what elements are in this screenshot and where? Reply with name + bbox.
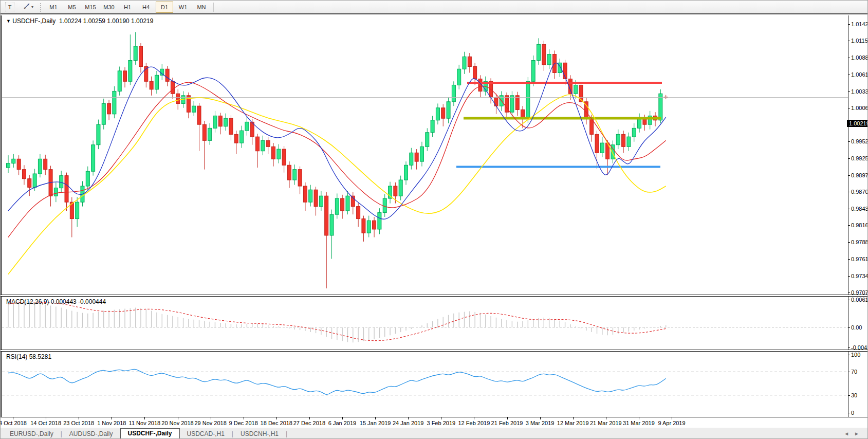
rsi-tick-label: 100 <box>851 352 860 358</box>
chart-tab-bar: EURUSD-,Daily|AUDUSD-,DailyUSDCHF-,Daily… <box>1 428 868 439</box>
toolbar-separator <box>213 3 214 12</box>
price-tick-label: 0.97615 <box>851 256 868 262</box>
price-tick-label: 1.00610 <box>851 71 868 78</box>
tab-scroll-right-icon[interactable]: ► <box>854 431 864 436</box>
price-axis[interactable]: 1.014251.011551.008801.006101.003351.000… <box>848 15 868 295</box>
date-tick-label: 9 Apr 2019 <box>658 420 685 426</box>
rsi-tick-label: 0 <box>851 410 854 416</box>
date-tick-label: 12 Mar 2019 <box>557 420 589 426</box>
timeframe-button-h1[interactable]: H1 <box>119 2 136 13</box>
text-tool-button[interactable]: T <box>1 2 19 13</box>
price-tick-label: 0.98430 <box>851 206 868 212</box>
chart-title: ▼ USDCHF-,Daily 1.00224 1.00259 1.00190 … <box>6 17 153 25</box>
date-tick-label: 15 Jan 2019 <box>360 420 391 426</box>
chart-symbol-label: USDCHF-,Daily <box>12 17 56 25</box>
current-price-label: 1.00219 <box>847 120 868 127</box>
rsi-tick-label: 70 <box>851 369 857 375</box>
date-tick-label: 4 Oct 2018 <box>0 420 27 426</box>
trading-terminal-window: T ▾ M1M5M15M30H1H4D1W1MN ▼ USDCHF-,Daily… <box>0 0 868 439</box>
date-tick-label: 24 Jan 2019 <box>393 420 424 426</box>
chart-tab-usdchf[interactable]: USDCHF-,Daily <box>120 428 180 439</box>
macd-panel[interactable]: MACD(12,26,9) 0.000443 -0.000444 0.00612… <box>1 296 868 350</box>
rsi-line[interactable] <box>8 369 666 394</box>
timeframe-group: M1M5M15M30H1H4D1W1MN <box>44 2 211 13</box>
macd-tick-label: 0.00 <box>851 324 862 331</box>
tab-scroll-arrows: ◄► <box>844 431 864 436</box>
date-tick-label: 29 Nov 2018 <box>194 420 226 426</box>
date-tick-label: 11 Nov 2018 <box>129 420 161 426</box>
text-cursor-icon: T <box>5 3 14 11</box>
timeframe-button-m1[interactable]: M1 <box>45 2 62 13</box>
date-axis[interactable]: 4 Oct 201814 Oct 201823 Oct 20181 Nov 20… <box>1 417 868 429</box>
toolbar-grip[interactable] <box>40 3 42 12</box>
macd-axis[interactable]: 0.0061250.00-0.00425 <box>848 296 868 350</box>
date-tick-label: 27 Dec 2018 <box>293 420 325 426</box>
rsi-axis[interactable]: 10070300 <box>848 351 868 417</box>
timeframe-button-h4[interactable]: H4 <box>137 2 155 13</box>
panel-splitter-1[interactable] <box>1 295 868 297</box>
timeframe-button-d1[interactable]: D1 <box>156 2 173 13</box>
tab-separator: | <box>286 430 287 437</box>
date-tick-label: 21 Mar 2019 <box>590 420 622 426</box>
macd-label: MACD(12,26,9) 0.000443 -0.000444 <box>6 298 106 305</box>
date-tick-label: 20 Nov 2018 <box>161 420 193 426</box>
price-tick-label: 0.98160 <box>851 222 868 228</box>
macd-tick-label: 0.006125 <box>851 297 868 303</box>
symbol-dropdown-icon[interactable]: ▼ <box>6 19 11 24</box>
chevron-down-icon: ▾ <box>31 5 33 9</box>
timeframe-button-m5[interactable]: M5 <box>63 2 81 13</box>
chart-tab-audusd[interactable]: AUDUSD-,Daily <box>63 429 119 438</box>
chart-tab-usdcnh[interactable]: USDCNH-,H1 <box>234 429 285 438</box>
date-tick-label: 3 Mar 2019 <box>526 420 555 426</box>
cursor-mode-button[interactable]: ▾ <box>20 2 37 13</box>
timeframe-button-w1[interactable]: W1 <box>174 2 192 13</box>
tab-separator: | <box>61 430 62 437</box>
price-tick-label: 0.98705 <box>851 189 868 195</box>
price-tick-label: 1.00065 <box>851 105 868 111</box>
price-tick-label: 0.98975 <box>851 172 868 178</box>
chart-tab-eurusd[interactable]: EURUSD-,Daily <box>4 429 60 438</box>
timeframe-button-m30[interactable]: M30 <box>100 2 118 13</box>
diagonal-arrows-icon <box>23 3 30 11</box>
timeframe-button-m15[interactable]: M15 <box>82 2 99 13</box>
date-tick-label: 31 Mar 2019 <box>623 420 655 426</box>
price-tick-label: 1.00880 <box>851 54 868 61</box>
date-tick-label: 6 Jan 2019 <box>328 420 356 426</box>
rsi-label: RSI(14) 58.5281 <box>6 353 51 360</box>
date-tick-label: 18 Dec 2018 <box>261 420 292 426</box>
price-panel[interactable]: ▼ USDCHF-,Daily 1.00224 1.00259 1.00190 … <box>1 15 868 295</box>
price-tick-label: 0.99520 <box>851 138 868 144</box>
date-tick-label: 23 Oct 2018 <box>63 420 94 426</box>
price-tick-label: 0.97885 <box>851 239 868 245</box>
price-tick-label: 0.99250 <box>851 155 868 161</box>
tab-separator: | <box>232 430 233 437</box>
chart-tab-usdcad[interactable]: USDCAD-,H1 <box>181 429 231 438</box>
ma-yellow-line[interactable] <box>8 95 666 274</box>
date-tick-label: 21 Feb 2019 <box>491 420 523 426</box>
rsi-panel[interactable]: RSI(14) 58.5281 10070300 <box>1 351 868 417</box>
date-tick-label: 3 Feb 2019 <box>427 420 455 426</box>
price-tick-label: 1.01425 <box>851 21 868 27</box>
tab-scroll-left-icon[interactable]: ◄ <box>844 431 854 436</box>
macd-histogram <box>8 300 666 342</box>
chart-ohlc-values: 1.00224 1.00259 1.00190 1.00219 <box>59 17 154 25</box>
chart-window[interactable]: ▼ USDCHF-,Daily 1.00224 1.00259 1.00190 … <box>1 13 868 429</box>
timeframe-button-mn[interactable]: MN <box>193 2 210 13</box>
date-tick-label: 1 Nov 2018 <box>97 420 126 426</box>
date-tick-label: 12 Feb 2019 <box>458 420 490 426</box>
top-toolbar: T ▾ M1M5M15M30H1H4D1W1MN <box>1 1 868 14</box>
price-tick-label: 0.97340 <box>851 273 868 279</box>
price-tick-label: 1.01155 <box>851 38 868 44</box>
date-tick-label: 9 Dec 2018 <box>229 420 258 426</box>
panel-splitter-2[interactable] <box>1 350 868 352</box>
rsi-tick-label: 30 <box>851 392 857 398</box>
date-tick-label: 14 Oct 2018 <box>30 420 61 426</box>
price-tick-label: 1.00335 <box>851 88 868 95</box>
candles-layer <box>7 32 668 288</box>
